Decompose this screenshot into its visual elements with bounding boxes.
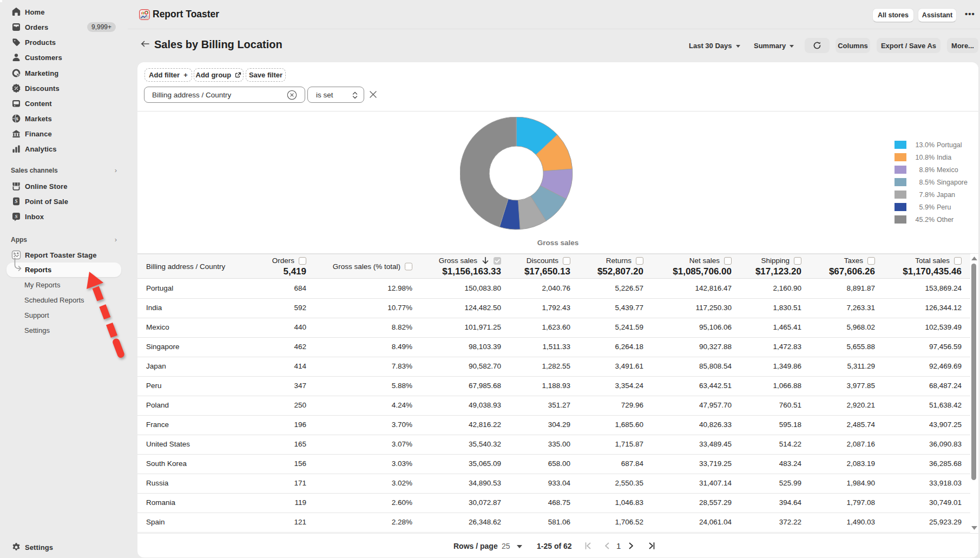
- svg-text:S: S: [15, 199, 17, 204]
- svg-text:$: $: [16, 116, 18, 121]
- svg-text:S: S: [15, 214, 17, 219]
